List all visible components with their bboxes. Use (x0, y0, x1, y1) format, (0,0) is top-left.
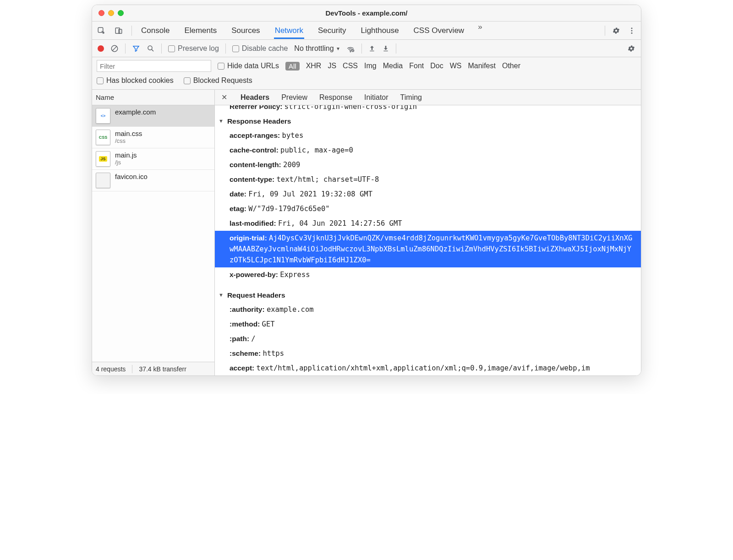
request-row[interactable]: CSS main.css /css (92, 127, 214, 148)
svg-point-5 (631, 32, 633, 33)
network-toolbar: Preserve log Disable cache No throttling (92, 40, 641, 57)
panel-tabs: Console Elements Sources Network Securit… (140, 22, 482, 39)
upload-har-icon[interactable] (368, 45, 376, 52)
throttling-dropdown[interactable]: No throttling (294, 44, 339, 53)
header-row[interactable]: etag: W/"7d9-179d76c65e0" (215, 201, 641, 216)
header-row[interactable]: :path: / (215, 332, 641, 346)
detail-tab-initiator[interactable]: Initiator (364, 91, 388, 104)
header-row[interactable]: content-length: 2009 (215, 158, 641, 172)
header-row[interactable]: x-powered-by: Express (215, 267, 641, 282)
filter-type-css[interactable]: CSS (343, 62, 358, 70)
detail-tab-response[interactable]: Response (319, 91, 352, 104)
hide-data-urls-checkbox[interactable]: Hide data URLs (218, 62, 279, 70)
detail-tabs: ✕ Headers Preview Response Initiator Tim… (215, 90, 641, 105)
filter-type-img[interactable]: Img (364, 62, 377, 70)
detail-tab-timing[interactable]: Timing (400, 91, 422, 104)
stylesheet-icon: CSS (96, 130, 110, 145)
header-row[interactable]: origin-trial: Aj4DysCv3VjknU3jJvkDEwnQZK… (215, 231, 641, 267)
filter-type-media[interactable]: Media (383, 62, 403, 70)
filter-type-manifest[interactable]: Manifest (468, 62, 495, 70)
svg-point-4 (631, 30, 633, 31)
request-name: favicon.ico (115, 173, 148, 180)
blocked-requests-label: Blocked Requests (193, 76, 252, 84)
search-icon[interactable] (147, 44, 155, 53)
column-header-name[interactable]: Name (92, 90, 214, 105)
filter-type-xhr[interactable]: XHR (306, 62, 322, 70)
status-requests: 4 requests (96, 365, 126, 373)
tab-css-overview[interactable]: CSS Overview (413, 22, 465, 39)
separator (225, 43, 226, 54)
header-row[interactable]: :authority: example.com (215, 302, 641, 317)
svg-point-7 (148, 46, 152, 50)
request-headers-section[interactable]: Request Headers (215, 288, 641, 302)
filter-input[interactable] (97, 60, 211, 72)
separator (396, 43, 396, 54)
has-blocked-cookies-checkbox[interactable]: Has blocked cookies (97, 76, 174, 85)
filter-type-js[interactable]: JS (328, 62, 336, 70)
response-headers-label: Response Headers (227, 117, 291, 125)
request-row[interactable]: <> example.com (92, 105, 214, 127)
blocked-requests-checkbox[interactable]: Blocked Requests (184, 76, 252, 85)
detail-tab-headers[interactable]: Headers (241, 91, 269, 104)
inspect-icon[interactable] (97, 26, 106, 35)
gear-icon[interactable] (627, 44, 635, 53)
request-name: example.com (115, 108, 156, 116)
headers-panel[interactable]: Referrer Policy: strict-origin-when-cros… (215, 105, 641, 375)
clear-icon[interactable] (110, 44, 119, 53)
filter-type-font[interactable]: Font (409, 62, 424, 70)
document-icon: <> (96, 108, 110, 124)
titlebar: DevTools - example.com/ (92, 5, 641, 22)
main-split: Name <> example.com CSS main.css /css JS (92, 90, 641, 375)
filter-icon[interactable] (132, 44, 140, 53)
tab-sources[interactable]: Sources (230, 22, 261, 39)
disable-cache-checkbox[interactable]: Disable cache (232, 44, 288, 53)
tab-network[interactable]: Network (274, 22, 304, 39)
separator (132, 365, 132, 373)
kebab-menu-icon[interactable] (627, 26, 636, 35)
tab-lighthouse[interactable]: Lighthouse (360, 22, 399, 39)
svg-point-8 (350, 51, 351, 52)
record-button[interactable] (98, 45, 104, 52)
devtools-window: DevTools - example.com/ Console Elements… (92, 5, 641, 376)
header-row[interactable]: date: Fri, 09 Jul 2021 19:32:08 GMT (215, 187, 641, 201)
response-headers-section[interactable]: Response Headers (215, 114, 641, 128)
svg-rect-1 (115, 28, 120, 33)
preserve-log-checkbox[interactable]: Preserve log (168, 44, 219, 53)
window-title: DevTools - example.com/ (92, 9, 641, 17)
disable-cache-label: Disable cache (242, 44, 288, 52)
detail-pane: ✕ Headers Preview Response Initiator Tim… (215, 90, 641, 375)
gear-icon[interactable] (612, 26, 621, 35)
status-strip: 4 requests 37.4 kB transferr (92, 362, 214, 375)
filter-type-ws[interactable]: WS (450, 62, 462, 70)
request-row[interactable]: favicon.ico (92, 170, 214, 191)
separator (161, 43, 162, 54)
header-row[interactable]: accept: text/html,application/xhtml+xml,… (215, 361, 641, 375)
request-row[interactable]: JS main.js /js (92, 148, 214, 170)
tab-console[interactable]: Console (140, 22, 170, 39)
filter-type-all[interactable]: All (285, 62, 300, 71)
device-toggle-icon[interactable] (114, 26, 123, 35)
header-row: Referrer Policy: strict-origin-when-cros… (215, 105, 641, 114)
throttling-value: No throttling (294, 44, 334, 53)
header-row[interactable]: cache-control: public, max-age=0 (215, 143, 641, 158)
header-row[interactable]: last-modified: Fri, 04 Jun 2021 14:27:56… (215, 216, 641, 231)
header-row[interactable]: accept-ranges: bytes (215, 128, 641, 143)
network-conditions-icon[interactable] (346, 44, 355, 53)
detail-tab-preview[interactable]: Preview (281, 91, 307, 104)
header-row[interactable]: :method: GET (215, 317, 641, 332)
svg-point-3 (631, 27, 633, 29)
request-headers-label: Request Headers (227, 291, 285, 299)
script-icon: JS (96, 151, 110, 167)
request-path: /js (115, 159, 137, 166)
separator (131, 26, 132, 36)
close-detail-icon[interactable]: ✕ (219, 93, 229, 102)
filter-type-other[interactable]: Other (502, 62, 520, 70)
separator (605, 26, 605, 36)
header-row[interactable]: :scheme: https (215, 346, 641, 361)
filter-type-doc[interactable]: Doc (430, 62, 443, 70)
more-tabs-icon[interactable]: » (478, 22, 482, 39)
download-har-icon[interactable] (382, 45, 389, 52)
tab-elements[interactable]: Elements (183, 22, 218, 39)
header-row[interactable]: content-type: text/html; charset=UTF-8 (215, 172, 641, 187)
tab-security[interactable]: Security (317, 22, 347, 39)
